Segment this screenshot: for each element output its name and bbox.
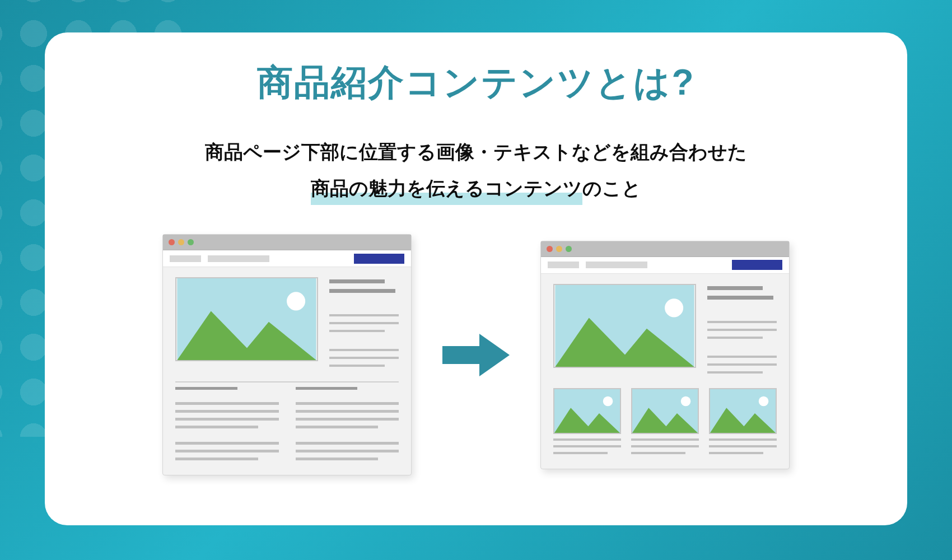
sidebar-text (329, 277, 399, 367)
svg-point-1 (287, 292, 305, 311)
text-columns (175, 387, 399, 460)
nav-item (208, 255, 269, 262)
sidebar-text (707, 284, 777, 374)
content-card-thumb (553, 388, 621, 454)
content-card: 商品紹介コンテンツとは? 商品ページ下部に位置する画像・テキストなどを組み合わせ… (45, 32, 907, 525)
toolbar (163, 250, 411, 267)
comparison-row (101, 234, 851, 475)
content-card-thumb (709, 388, 777, 454)
toolbar (541, 257, 789, 274)
hero-image-icon (175, 277, 318, 361)
nav-item (586, 262, 647, 268)
content-card-thumb (631, 388, 699, 454)
content-thumbnails (553, 388, 777, 454)
highlighted-text: 商品の魅力を伝えるコンテンツ (311, 170, 582, 207)
description: 商品ページ下部に位置する画像・テキストなどを組み合わせた 商品の魅力を伝えるコン… (101, 134, 851, 206)
cta-button-placeholder (354, 254, 404, 264)
description-suffix: のこと (582, 178, 641, 199)
window-minimize-icon (178, 239, 184, 245)
nav-item (548, 262, 579, 268)
svg-point-9 (759, 396, 769, 406)
viewport (541, 274, 789, 469)
svg-point-7 (681, 396, 691, 406)
window-close-icon (169, 239, 175, 245)
nav-item (170, 255, 201, 262)
thumbnail-image-icon (631, 388, 699, 434)
description-line1: 商品ページ下部に位置する画像・テキストなどを組み合わせた (101, 134, 851, 170)
thumbnail-image-icon (709, 388, 777, 434)
titlebar (163, 235, 411, 250)
browser-mock-after (540, 241, 790, 469)
window-minimize-icon (556, 246, 562, 252)
svg-point-3 (665, 298, 683, 317)
titlebar (541, 241, 789, 257)
arrow-right-icon (442, 330, 510, 380)
window-maximize-icon (188, 239, 194, 245)
thumbnail-image-icon (553, 388, 621, 434)
description-line2: 商品の魅力を伝えるコンテンツのこと (101, 170, 851, 207)
svg-point-5 (603, 396, 613, 406)
cta-button-placeholder (732, 260, 782, 270)
viewport (163, 267, 411, 475)
browser-mock-before (162, 234, 412, 475)
divider (175, 381, 399, 382)
window-maximize-icon (566, 246, 572, 252)
page-title: 商品紹介コンテンツとは? (101, 58, 851, 107)
hero-image-icon (553, 284, 696, 368)
window-close-icon (547, 246, 553, 252)
